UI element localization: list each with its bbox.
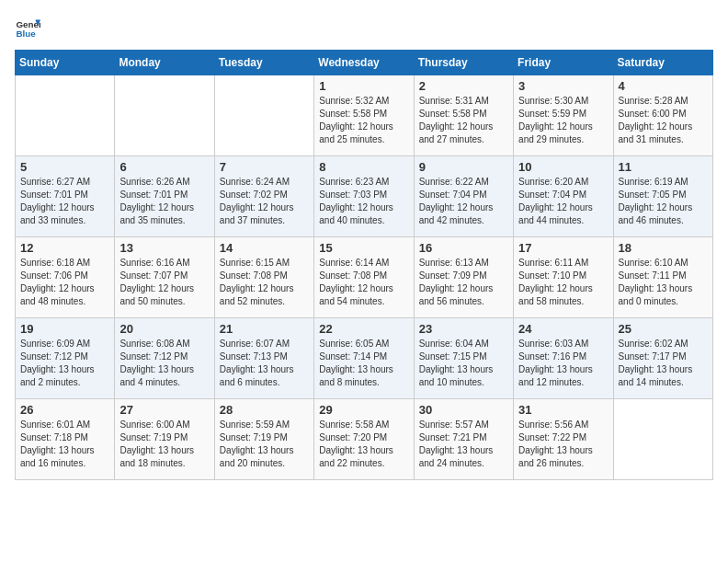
cell-content: Sunrise: 6:23 AM Sunset: 7:03 PM Dayligh…	[319, 176, 408, 227]
svg-text:Blue: Blue	[16, 29, 36, 39]
day-number: 13	[119, 241, 209, 255]
day-number: 29	[319, 403, 408, 417]
day-number: 26	[20, 403, 109, 417]
day-number: 11	[619, 160, 708, 174]
day-number: 15	[319, 241, 408, 255]
day-number: 20	[119, 322, 209, 336]
day-number: 5	[20, 160, 109, 174]
cell-content: Sunrise: 5:31 AM Sunset: 5:58 PM Dayligh…	[419, 95, 508, 146]
cell-content: Sunrise: 6:09 AM Sunset: 7:12 PM Dayligh…	[20, 338, 109, 389]
calendar-cell: 28Sunrise: 5:59 AM Sunset: 7:19 PM Dayli…	[214, 399, 313, 480]
week-row-2: 5Sunrise: 6:27 AM Sunset: 7:01 PM Daylig…	[16, 156, 713, 237]
day-number: 27	[119, 403, 209, 417]
header-thursday: Thursday	[414, 51, 513, 75]
day-number: 22	[319, 322, 408, 336]
calendar-cell: 5Sunrise: 6:27 AM Sunset: 7:01 PM Daylig…	[16, 156, 115, 237]
cell-content: Sunrise: 6:08 AM Sunset: 7:12 PM Dayligh…	[119, 338, 209, 389]
cell-content: Sunrise: 6:16 AM Sunset: 7:07 PM Dayligh…	[119, 257, 209, 308]
cell-content: Sunrise: 5:57 AM Sunset: 7:21 PM Dayligh…	[419, 419, 508, 470]
day-number: 12	[20, 241, 109, 255]
cell-content: Sunrise: 6:14 AM Sunset: 7:08 PM Dayligh…	[319, 257, 408, 308]
day-number: 3	[518, 79, 608, 93]
calendar-cell	[613, 399, 712, 480]
week-row-4: 19Sunrise: 6:09 AM Sunset: 7:12 PM Dayli…	[16, 318, 713, 399]
calendar-cell: 26Sunrise: 6:01 AM Sunset: 7:18 PM Dayli…	[16, 399, 115, 480]
calendar-cell	[16, 75, 115, 156]
day-number: 2	[419, 79, 508, 93]
cell-content: Sunrise: 6:02 AM Sunset: 7:17 PM Dayligh…	[619, 338, 708, 389]
calendar-cell: 23Sunrise: 6:04 AM Sunset: 7:15 PM Dayli…	[414, 318, 513, 399]
header-tuesday: Tuesday	[214, 51, 313, 75]
calendar-cell: 4Sunrise: 5:28 AM Sunset: 6:00 PM Daylig…	[613, 75, 712, 156]
day-number: 19	[20, 322, 109, 336]
day-number: 6	[119, 160, 209, 174]
cell-content: Sunrise: 6:00 AM Sunset: 7:19 PM Dayligh…	[119, 419, 209, 470]
day-number: 18	[619, 241, 708, 255]
calendar-cell	[115, 75, 214, 156]
calendar-cell: 20Sunrise: 6:08 AM Sunset: 7:12 PM Dayli…	[115, 318, 214, 399]
day-number: 28	[220, 403, 309, 417]
header-sunday: Sunday	[16, 51, 115, 75]
calendar-cell: 17Sunrise: 6:11 AM Sunset: 7:10 PM Dayli…	[514, 237, 613, 318]
calendar-cell: 29Sunrise: 5:58 AM Sunset: 7:20 PM Dayli…	[314, 399, 414, 480]
calendar-cell: 15Sunrise: 6:14 AM Sunset: 7:08 PM Dayli…	[314, 237, 414, 318]
calendar-cell: 31Sunrise: 5:56 AM Sunset: 7:22 PM Dayli…	[514, 399, 613, 480]
header-friday: Friday	[514, 51, 613, 75]
day-number: 25	[619, 322, 708, 336]
calendar-cell: 18Sunrise: 6:10 AM Sunset: 7:11 PM Dayli…	[613, 237, 712, 318]
cell-content: Sunrise: 6:27 AM Sunset: 7:01 PM Dayligh…	[20, 176, 109, 227]
calendar-cell: 7Sunrise: 6:24 AM Sunset: 7:02 PM Daylig…	[214, 156, 313, 237]
cell-content: Sunrise: 6:11 AM Sunset: 7:10 PM Dayligh…	[518, 257, 608, 308]
cell-content: Sunrise: 6:13 AM Sunset: 7:09 PM Dayligh…	[419, 257, 508, 308]
day-number: 21	[220, 322, 309, 336]
calendar-cell: 6Sunrise: 6:26 AM Sunset: 7:01 PM Daylig…	[115, 156, 214, 237]
calendar-cell	[214, 75, 313, 156]
cell-content: Sunrise: 5:56 AM Sunset: 7:22 PM Dayligh…	[518, 419, 608, 470]
cell-content: Sunrise: 5:32 AM Sunset: 5:58 PM Dayligh…	[319, 95, 408, 146]
calendar-cell: 3Sunrise: 5:30 AM Sunset: 5:59 PM Daylig…	[514, 75, 613, 156]
calendar-cell: 11Sunrise: 6:19 AM Sunset: 7:05 PM Dayli…	[613, 156, 712, 237]
cell-content: Sunrise: 6:22 AM Sunset: 7:04 PM Dayligh…	[419, 176, 508, 227]
cell-content: Sunrise: 5:28 AM Sunset: 6:00 PM Dayligh…	[619, 95, 708, 146]
calendar-cell: 9Sunrise: 6:22 AM Sunset: 7:04 PM Daylig…	[414, 156, 513, 237]
day-number: 10	[518, 160, 608, 174]
cell-content: Sunrise: 6:26 AM Sunset: 7:01 PM Dayligh…	[119, 176, 209, 227]
cell-content: Sunrise: 6:03 AM Sunset: 7:16 PM Dayligh…	[518, 338, 608, 389]
calendar-cell: 8Sunrise: 6:23 AM Sunset: 7:03 PM Daylig…	[314, 156, 414, 237]
calendar-cell: 21Sunrise: 6:07 AM Sunset: 7:13 PM Dayli…	[214, 318, 313, 399]
day-number: 8	[319, 160, 408, 174]
calendar-cell: 1Sunrise: 5:32 AM Sunset: 5:58 PM Daylig…	[314, 75, 414, 156]
day-number: 24	[518, 322, 608, 336]
calendar-cell: 22Sunrise: 6:05 AM Sunset: 7:14 PM Dayli…	[314, 318, 414, 399]
calendar-cell: 19Sunrise: 6:09 AM Sunset: 7:12 PM Dayli…	[16, 318, 115, 399]
cell-content: Sunrise: 5:59 AM Sunset: 7:19 PM Dayligh…	[220, 419, 309, 470]
day-number: 1	[319, 79, 408, 93]
cell-content: Sunrise: 6:24 AM Sunset: 7:02 PM Dayligh…	[220, 176, 309, 227]
cell-content: Sunrise: 5:58 AM Sunset: 7:20 PM Dayligh…	[319, 419, 408, 470]
cell-content: Sunrise: 6:01 AM Sunset: 7:18 PM Dayligh…	[20, 419, 109, 470]
day-number: 30	[419, 403, 508, 417]
page-header: General Blue	[15, 15, 713, 40]
days-header-row: SundayMondayTuesdayWednesdayThursdayFrid…	[16, 51, 713, 75]
day-number: 14	[220, 241, 309, 255]
week-row-1: 1Sunrise: 5:32 AM Sunset: 5:58 PM Daylig…	[16, 75, 713, 156]
day-number: 23	[419, 322, 508, 336]
cell-content: Sunrise: 6:15 AM Sunset: 7:08 PM Dayligh…	[220, 257, 309, 308]
calendar-cell: 2Sunrise: 5:31 AM Sunset: 5:58 PM Daylig…	[414, 75, 513, 156]
logo: General Blue	[15, 15, 44, 40]
calendar-cell: 24Sunrise: 6:03 AM Sunset: 7:16 PM Dayli…	[514, 318, 613, 399]
day-number: 7	[220, 160, 309, 174]
day-number: 16	[419, 241, 508, 255]
cell-content: Sunrise: 6:18 AM Sunset: 7:06 PM Dayligh…	[20, 257, 109, 308]
calendar-cell: 14Sunrise: 6:15 AM Sunset: 7:08 PM Dayli…	[214, 237, 313, 318]
week-row-5: 26Sunrise: 6:01 AM Sunset: 7:18 PM Dayli…	[16, 399, 713, 480]
calendar-cell: 13Sunrise: 6:16 AM Sunset: 7:07 PM Dayli…	[115, 237, 214, 318]
day-number: 31	[518, 403, 608, 417]
calendar-table: SundayMondayTuesdayWednesdayThursdayFrid…	[15, 50, 713, 480]
cell-content: Sunrise: 6:19 AM Sunset: 7:05 PM Dayligh…	[619, 176, 708, 227]
day-number: 4	[619, 79, 708, 93]
cell-content: Sunrise: 6:07 AM Sunset: 7:13 PM Dayligh…	[220, 338, 309, 389]
cell-content: Sunrise: 6:05 AM Sunset: 7:14 PM Dayligh…	[319, 338, 408, 389]
calendar-cell: 27Sunrise: 6:00 AM Sunset: 7:19 PM Dayli…	[115, 399, 214, 480]
calendar-cell: 30Sunrise: 5:57 AM Sunset: 7:21 PM Dayli…	[414, 399, 513, 480]
